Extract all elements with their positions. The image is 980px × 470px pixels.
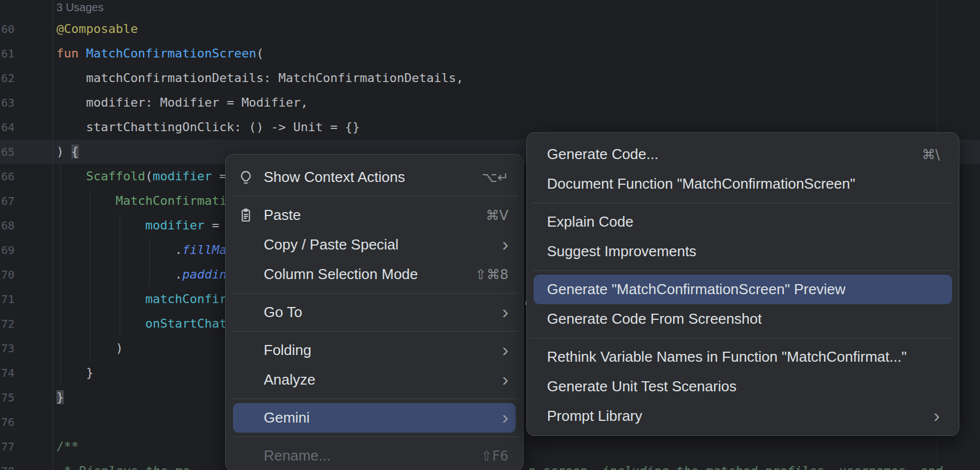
menu-item-label: Generate "MatchConfirmationScreen" Previ… xyxy=(547,281,845,298)
line-number[interactable]: 78 xyxy=(0,459,15,470)
code-token: modifier: Modifier = Modifier, xyxy=(56,95,308,109)
line-number[interactable]: 64 xyxy=(0,115,15,140)
code-token: modifier xyxy=(145,218,204,232)
menu-item-analyze[interactable]: Analyze› xyxy=(226,365,523,395)
code-line[interactable]: } xyxy=(56,361,93,385)
menu-item-copy-paste-special[interactable]: Copy / Paste Special› xyxy=(226,230,523,260)
line-number[interactable]: 69 xyxy=(0,238,15,262)
code-token: @Composable xyxy=(56,22,138,36)
code-line[interactable]: ) { xyxy=(56,140,79,164)
menu-item-label: Rethink Variable Names in Function "Matc… xyxy=(547,348,907,366)
menu-item-suggest-improvements[interactable]: Suggest Improvements xyxy=(527,237,959,266)
line-number[interactable]: 70 xyxy=(0,262,15,287)
gemini-submenu: Generate Code...⌘\Document Function "Mat… xyxy=(526,132,959,436)
menu-item-rethink-variable-names-in-function-matchconfirmat[interactable]: Rethink Variable Names in Function "Matc… xyxy=(527,342,959,372)
line-number[interactable]: 73 xyxy=(0,336,15,361)
line-number[interactable]: 75 xyxy=(0,385,15,410)
menu-item-gemini[interactable]: Gemini› xyxy=(233,403,516,433)
chevron-right-icon: › xyxy=(502,234,508,253)
menu-item-label: Generate Code... xyxy=(547,146,658,163)
menu-item-label: Go To xyxy=(264,304,302,321)
code-token: * Displays the ma xyxy=(56,464,189,470)
code-line[interactable]: matchConfirmationDetails: MatchConfirmat… xyxy=(56,66,463,90)
menu-separator xyxy=(230,196,518,196)
code-token: ) xyxy=(56,341,123,355)
menu-item-generate-code[interactable]: Generate Code...⌘\ xyxy=(527,140,959,169)
code-token: } xyxy=(56,366,93,380)
code-token: } xyxy=(56,390,64,404)
line-number[interactable]: 66 xyxy=(0,164,15,189)
menu-item-rename[interactable]: Rename...⇧F6 xyxy=(226,441,523,470)
code-token: n screen, including the matched profiles… xyxy=(528,459,943,470)
code-line[interactable]: * Displays the man screen, including the… xyxy=(56,459,189,470)
menu-separator xyxy=(230,399,518,399)
code-line[interactable]: startChattingOnClick: () -> Unit = {} xyxy=(56,115,360,140)
menu-item-label: Generate Code From Screenshot xyxy=(547,310,762,328)
chevron-right-icon: › xyxy=(934,406,940,425)
code-token: . xyxy=(56,267,182,281)
gutter-separator xyxy=(53,0,53,470)
chevron-right-icon: › xyxy=(502,370,508,389)
line-number[interactable]: 76 xyxy=(0,410,15,434)
line-number[interactable]: 77 xyxy=(0,434,15,459)
line-number[interactable]: 65 xyxy=(0,140,15,164)
line-number[interactable]: 72 xyxy=(0,311,15,336)
menu-item-generate-code-from-screenshot[interactable]: Generate Code From Screenshot xyxy=(527,304,959,334)
menu-separator xyxy=(230,331,518,332)
code-token: ( xyxy=(145,169,153,183)
code-token: ( xyxy=(256,46,264,60)
menu-item-show-context-actions[interactable]: Show Context Actions⌥↵ xyxy=(226,162,523,192)
chevron-right-icon: › xyxy=(502,407,508,426)
code-line[interactable]: modifier: Modifier = Modifier, xyxy=(56,90,308,115)
code-token xyxy=(56,218,145,232)
code-token xyxy=(56,292,145,306)
menu-item-label: Folding xyxy=(264,342,311,359)
menu-shortcut: ⌘\ xyxy=(922,147,940,162)
menu-separator xyxy=(531,203,954,203)
menu-item-generate-matchconfirmationscreen-preview[interactable]: Generate "MatchConfirmationScreen" Previ… xyxy=(534,275,952,304)
menu-separator xyxy=(531,270,954,271)
code-token: matchConfirmationDetails: MatchConfirmat… xyxy=(56,71,463,85)
code-token xyxy=(56,169,86,183)
line-number[interactable]: 67 xyxy=(0,189,15,213)
menu-item-column-selection-mode[interactable]: Column Selection Mode⇧⌘8 xyxy=(226,260,523,289)
code-token: fun xyxy=(56,46,86,60)
menu-item-label: Show Context Actions xyxy=(264,169,405,186)
clipboard-icon xyxy=(238,208,254,223)
code-token: Scaffold xyxy=(86,169,145,183)
menu-item-go-to[interactable]: Go To› xyxy=(226,298,523,327)
menu-item-prompt-library[interactable]: Prompt Library› xyxy=(527,401,959,431)
menu-item-label: Explain Code xyxy=(547,213,634,231)
code-line[interactable]: @Composable xyxy=(56,17,138,41)
menu-item-explain-code[interactable]: Explain Code xyxy=(527,207,959,237)
line-number[interactable]: 62 xyxy=(0,66,15,90)
menu-item-paste[interactable]: Paste⌘V xyxy=(226,200,523,230)
line-number[interactable]: 74 xyxy=(0,361,15,385)
line-number[interactable]: 71 xyxy=(0,287,15,311)
menu-item-folding[interactable]: Folding› xyxy=(226,335,523,365)
menu-separator xyxy=(230,293,518,294)
chevron-right-icon: › xyxy=(502,302,508,321)
menu-item-document-function-matchconfirmationscreen[interactable]: Document Function "MatchConfirmationScre… xyxy=(527,169,959,199)
menu-separator xyxy=(531,338,954,338)
menu-item-generate-unit-test-scenarios[interactable]: Generate Unit Test Scenarios xyxy=(527,372,959,401)
code-token: startChattingOnClick: () -> Unit = {} xyxy=(56,120,360,134)
lightbulb-icon xyxy=(238,170,254,185)
line-number[interactable]: 61 xyxy=(0,41,15,66)
code-line[interactable]: /** xyxy=(56,434,79,459)
chevron-right-icon: › xyxy=(502,340,508,359)
code-token: { xyxy=(72,145,79,159)
code-token xyxy=(56,194,116,208)
code-line[interactable]: } xyxy=(56,385,64,410)
code-token: ) xyxy=(56,145,72,159)
code-token: MatchConfirmationScreen xyxy=(86,46,256,60)
usages-hint[interactable]: 3 Usages xyxy=(56,0,104,16)
line-number[interactable]: 63 xyxy=(0,90,15,115)
line-number[interactable]: 68 xyxy=(0,213,15,238)
menu-separator xyxy=(230,437,518,437)
menu-shortcut: ⇧⌘8 xyxy=(475,267,508,282)
line-number[interactable]: 60 xyxy=(0,17,15,41)
code-line[interactable]: ) xyxy=(56,336,123,361)
code-line[interactable]: fun MatchConfirmationScreen( xyxy=(56,41,264,66)
menu-shortcut: ⌘V xyxy=(486,208,508,223)
